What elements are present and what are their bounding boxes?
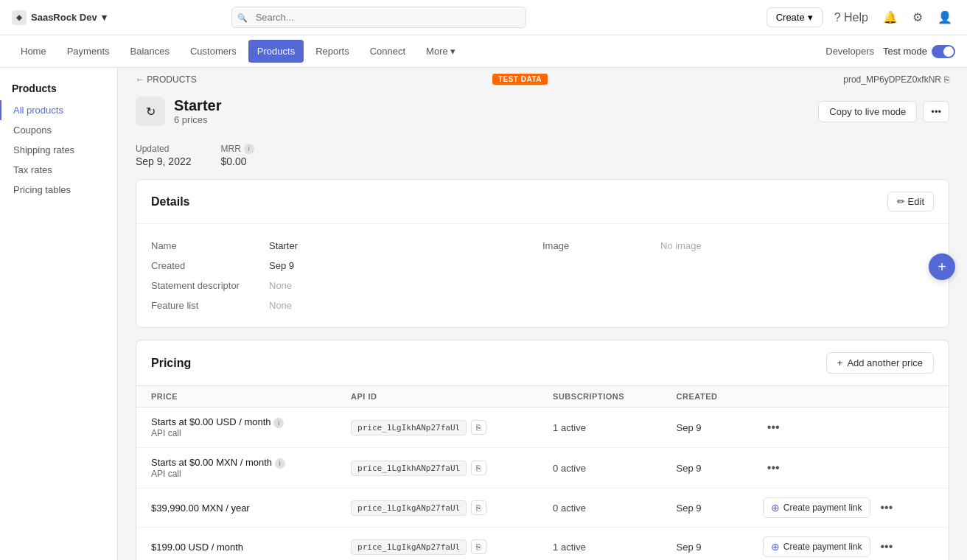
tab-more[interactable]: More ▾ — [417, 40, 464, 63]
row-actions: ••• — [763, 418, 934, 437]
tab-products[interactable]: Products — [248, 40, 304, 63]
price-sub: API call — [151, 469, 321, 479]
created-cell: Sep 9 — [662, 528, 748, 561]
api-id-wrap: price_1LgIkhANp27faUl ⎘ — [351, 461, 523, 476]
stat-updated-label: Updated — [136, 144, 192, 154]
sidebar-item-tax-rates[interactable]: Tax rates — [0, 160, 117, 180]
breadcrumb[interactable]: ← PRODUCTS — [136, 74, 197, 85]
chevron-down-icon: ▾ — [808, 12, 813, 23]
create-payment-link-button[interactable]: ⊕ Create payment link — [763, 536, 870, 557]
api-id-cell: price_1LgIkgANp27faUl ⎘ — [336, 528, 538, 561]
subscriptions-cell: 1 active — [538, 528, 662, 561]
copy-api-id-button[interactable]: ⎘ — [471, 500, 486, 515]
sidebar-item-pricing-tables[interactable]: Pricing tables — [0, 180, 117, 200]
price-main: Starts at $0.00 MXN / month i — [151, 457, 321, 469]
product-more-button[interactable]: ••• — [923, 101, 949, 122]
search-input[interactable] — [231, 7, 526, 28]
edit-icon: ✏ — [897, 196, 905, 207]
developers-link[interactable]: Developers — [825, 46, 874, 57]
created-date: Sep 9 — [677, 503, 702, 514]
api-id-wrap: price_1LgIkgANp27faUl ⎘ — [351, 500, 523, 516]
account-button[interactable]: 👤 — [935, 7, 955, 27]
nav-right: Create ▾ ? Help 🔔 ⚙ 👤 — [767, 7, 955, 27]
test-data-badge: TEST DATA — [492, 74, 548, 85]
detail-value-name: Starter — [269, 240, 298, 251]
copy-api-id-button[interactable]: ⎘ — [471, 539, 486, 554]
tab-payments[interactable]: Payments — [58, 40, 119, 63]
api-id-cell: price_1LgIkhANp27faUl ⎘ — [336, 407, 538, 448]
detail-row-statement: Statement descriptor None — [151, 276, 542, 295]
notifications-button[interactable]: 🔔 — [880, 7, 901, 27]
product-prices-count: 6 prices — [174, 114, 221, 125]
tab-home[interactable]: Home — [12, 40, 55, 63]
stat-updated: Updated Sep 9, 2022 — [136, 144, 192, 167]
created-date: Sep 9 — [677, 542, 702, 553]
detail-label-created: Created — [151, 260, 269, 271]
details-edit-button[interactable]: ✏ Edit — [887, 192, 934, 211]
product-header: ↻ Starter 6 prices Copy to live mode ••• — [118, 91, 967, 138]
api-id-code: price_1LgIkhANp27faUl — [351, 461, 467, 476]
app-chevron: ▾ — [102, 12, 107, 23]
col-created: CREATED — [662, 386, 748, 407]
top-nav: ◈ SaasRock Dev ▾ Create ▾ ? Help 🔔 ⚙ 👤 — [0, 0, 967, 35]
product-name: Starter — [174, 97, 221, 114]
detail-value-created: Sep 9 — [269, 260, 294, 271]
copy-api-id-button[interactable]: ⎘ — [471, 420, 486, 435]
copy-api-id-button[interactable]: ⎘ — [471, 461, 486, 475]
detail-value-image: No image — [660, 240, 702, 251]
create-button[interactable]: Create ▾ — [767, 7, 823, 27]
tab-balances[interactable]: Balances — [122, 40, 178, 63]
app-logo[interactable]: ◈ SaasRock Dev ▾ — [12, 10, 107, 25]
copy-to-live-mode-button[interactable]: Copy to live mode — [818, 101, 917, 122]
fab-button[interactable]: + — [929, 253, 955, 280]
test-mode-toggle[interactable] — [932, 45, 955, 58]
price-cell: Starts at $0.00 USD / month iAPI call — [136, 407, 336, 448]
create-payment-link-button[interactable]: ⊕ Create payment link — [763, 497, 870, 518]
price-info-icon[interactable]: i — [275, 458, 285, 469]
test-mode-label: Test mode — [883, 46, 927, 57]
search-bar — [231, 7, 526, 28]
row-more-button[interactable]: ••• — [876, 498, 898, 517]
price-main: Starts at $0.00 USD / month i — [151, 416, 321, 428]
detail-row-name: Name Starter — [151, 236, 542, 256]
subscriptions-count: 1 active — [553, 422, 586, 433]
sidebar-item-coupons[interactable]: Coupons — [0, 120, 117, 140]
sidebar: Products All products Coupons Shipping r… — [0, 68, 118, 560]
help-button[interactable]: ? Help — [831, 8, 871, 27]
created-cell: Sep 9 — [662, 448, 748, 489]
detail-row-created: Created Sep 9 — [151, 256, 542, 276]
details-card-header: Details ✏ Edit — [136, 180, 949, 224]
details-card-title: Details — [151, 195, 189, 209]
copy-id-icon[interactable]: ⎘ — [944, 74, 949, 85]
pricing-table-row: Starts at $0.00 USD / month iAPI call pr… — [136, 407, 949, 448]
row-more-button[interactable]: ••• — [763, 418, 784, 437]
tab-reports[interactable]: Reports — [307, 40, 358, 63]
pricing-table-row: Starts at $0.00 MXN / month iAPI call pr… — [136, 448, 949, 489]
tab-connect[interactable]: Connect — [361, 40, 414, 63]
mrr-info-icon[interactable]: i — [244, 144, 254, 154]
more-horizontal-icon: ••• — [931, 106, 941, 117]
price-sub: API call — [151, 428, 321, 438]
created-cell: Sep 9 — [662, 489, 748, 528]
stats-bar: Updated Sep 9, 2022 MRR i $0.00 — [118, 138, 967, 179]
subscriptions-cell: 1 active — [538, 407, 662, 448]
col-api-id: API ID — [336, 386, 538, 407]
tab-customers[interactable]: Customers — [181, 40, 245, 63]
help-icon: ? — [834, 11, 841, 24]
actions-cell: ⊕ Create payment link ••• — [748, 489, 949, 528]
pricing-card-header: Pricing + Add another price — [136, 340, 949, 385]
row-more-button[interactable]: ••• — [876, 537, 898, 556]
sidebar-item-all-products[interactable]: All products — [0, 100, 117, 120]
row-actions: ⊕ Create payment link ••• — [763, 536, 934, 557]
api-id-wrap: price_1LgIkhANp27faUl ⎘ — [351, 420, 523, 435]
api-id-code: price_1LgIkgANp27faUl — [351, 539, 467, 555]
sidebar-item-shipping-rates[interactable]: Shipping rates — [0, 140, 117, 160]
row-more-button[interactable]: ••• — [763, 458, 784, 477]
product-id: prod_MP6yDPEZ0xfkNR ⎘ — [843, 74, 949, 85]
stat-mrr-value: $0.00 — [221, 155, 254, 167]
price-info-icon[interactable]: i — [273, 418, 284, 428]
settings-button[interactable]: ⚙ — [910, 7, 926, 27]
app-icon: ◈ — [12, 10, 27, 25]
add-another-price-button[interactable]: + Add another price — [826, 352, 934, 374]
gear-icon: ⚙ — [912, 11, 923, 24]
